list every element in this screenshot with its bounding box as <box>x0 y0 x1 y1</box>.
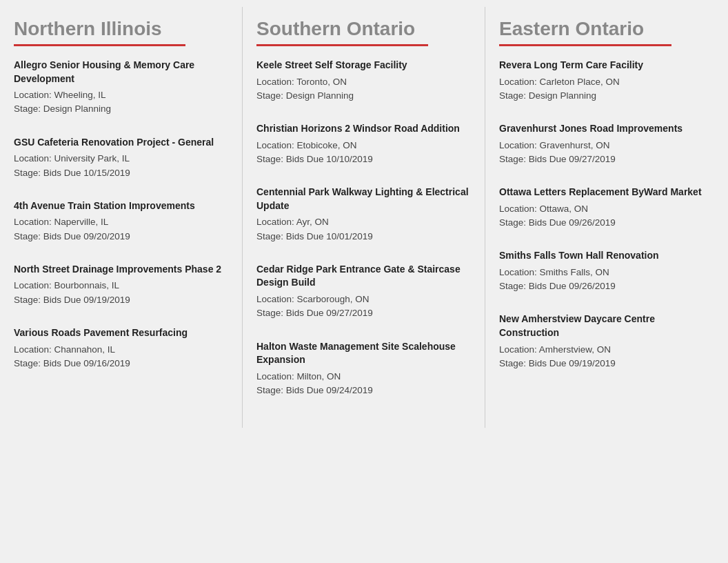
project-item: Ottawa Letters Replacement ByWard Market… <box>499 186 714 230</box>
project-location: Location: Ottawa, ON <box>499 202 714 216</box>
project-title: Allegro Senior Housing & Memory Care Dev… <box>14 59 228 86</box>
header-southern-ontario: Southern Ontario <box>256 18 471 40</box>
project-title: Various Roads Pavement Resurfacing <box>14 326 228 340</box>
project-stage: Stage: Bids Due 10/01/2019 <box>256 230 471 244</box>
project-item: 4th Avenue Train Station ImprovementsLoc… <box>14 199 228 244</box>
project-location: Location: Etobicoke, ON <box>256 139 471 152</box>
project-item: Various Roads Pavement ResurfacingLocati… <box>14 326 228 371</box>
project-item: Centennial Park Walkway Lighting & Elect… <box>256 186 471 244</box>
header-underline-southern-ontario <box>256 44 428 46</box>
project-item: Cedar Ridge Park Entrance Gate & Stairca… <box>256 263 471 321</box>
project-title: New Amherstview Daycare Centre Construct… <box>499 313 714 339</box>
project-location: Location: Amherstview, ON <box>499 343 714 357</box>
project-stage: Stage: Design Planning <box>499 89 714 103</box>
column-eastern-ontario: Eastern OntarioRevera Long Term Care Fac… <box>485 7 728 428</box>
project-location: Location: University Park, IL <box>14 152 228 166</box>
column-southern-ontario: Southern OntarioKeele Street Self Storag… <box>243 7 485 428</box>
header-northern-illinois: Northern Illinois <box>14 18 228 40</box>
project-item: Smiths Falls Town Hall RenovationLocatio… <box>499 249 714 293</box>
project-item: New Amherstview Daycare Centre Construct… <box>499 313 714 371</box>
project-item: Keele Street Self Storage FacilityLocati… <box>256 59 471 103</box>
project-location: Location: Bourbonnais, IL <box>14 279 228 293</box>
project-stage: Stage: Bids Due 09/27/2019 <box>499 152 714 166</box>
project-location: Location: Smiths Falls, ON <box>499 266 714 279</box>
project-stage: Stage: Bids Due 10/10/2019 <box>256 152 471 166</box>
project-stage: Stage: Bids Due 09/26/2019 <box>499 279 714 293</box>
project-item: Revera Long Term Care FacilityLocation: … <box>499 59 714 103</box>
project-title: North Street Drainage Improvements Phase… <box>14 263 228 277</box>
project-stage: Stage: Bids Due 09/27/2019 <box>256 306 471 320</box>
project-location: Location: Scarborough, ON <box>256 293 471 306</box>
project-title: Gravenhurst Jones Road Improvements <box>499 122 714 136</box>
project-stage: Stage: Bids Due 09/16/2019 <box>14 357 228 371</box>
project-stage: Stage: Bids Due 09/24/2019 <box>256 384 471 397</box>
project-title: Revera Long Term Care Facility <box>499 59 714 72</box>
project-item: North Street Drainage Improvements Phase… <box>14 263 228 307</box>
project-stage: Stage: Bids Due 09/20/2019 <box>14 230 228 244</box>
header-underline-eastern-ontario <box>499 44 671 46</box>
header-eastern-ontario: Eastern Ontario <box>499 18 714 40</box>
project-location: Location: Toronto, ON <box>256 75 471 89</box>
project-location: Location: Channahon, IL <box>14 343 228 357</box>
project-title: GSU Cafeteria Renovation Project - Gener… <box>14 136 228 150</box>
header-underline-northern-illinois <box>14 44 185 46</box>
column-northern-illinois: Northern IllinoisAllegro Senior Housing … <box>0 7 243 428</box>
project-stage: Stage: Bids Due 09/19/2019 <box>14 293 228 307</box>
project-item: Christian Horizons 2 Windsor Road Additi… <box>256 122 471 166</box>
project-item: Gravenhurst Jones Road ImprovementsLocat… <box>499 122 714 166</box>
project-location: Location: Wheeling, IL <box>14 88 228 102</box>
project-item: GSU Cafeteria Renovation Project - Gener… <box>14 136 228 180</box>
project-location: Location: Milton, ON <box>256 370 471 384</box>
main-grid: Northern IllinoisAllegro Senior Housing … <box>0 0 728 435</box>
project-title: Cedar Ridge Park Entrance Gate & Stairca… <box>256 263 471 290</box>
project-stage: Stage: Bids Due 10/15/2019 <box>14 166 228 180</box>
project-location: Location: Gravenhurst, ON <box>499 139 714 152</box>
project-title: Keele Street Self Storage Facility <box>256 59 471 72</box>
project-location: Location: Ayr, ON <box>256 215 471 229</box>
project-stage: Stage: Bids Due 09/26/2019 <box>499 216 714 230</box>
project-title: Smiths Falls Town Hall Renovation <box>499 249 714 263</box>
project-stage: Stage: Design Planning <box>14 102 228 116</box>
project-location: Location: Naperville, IL <box>14 215 228 229</box>
project-title: Ottawa Letters Replacement ByWard Market <box>499 186 714 199</box>
project-item: Halton Waste Management Site Scalehouse … <box>256 340 471 398</box>
project-title: Halton Waste Management Site Scalehouse … <box>256 340 471 367</box>
project-title: 4th Avenue Train Station Improvements <box>14 199 228 213</box>
project-stage: Stage: Bids Due 09/19/2019 <box>499 357 714 371</box>
project-title: Centennial Park Walkway Lighting & Elect… <box>256 186 471 213</box>
project-title: Christian Horizons 2 Windsor Road Additi… <box>256 122 471 136</box>
project-stage: Stage: Design Planning <box>256 89 471 103</box>
project-location: Location: Carleton Place, ON <box>499 75 714 89</box>
project-item: Allegro Senior Housing & Memory Care Dev… <box>14 59 228 117</box>
